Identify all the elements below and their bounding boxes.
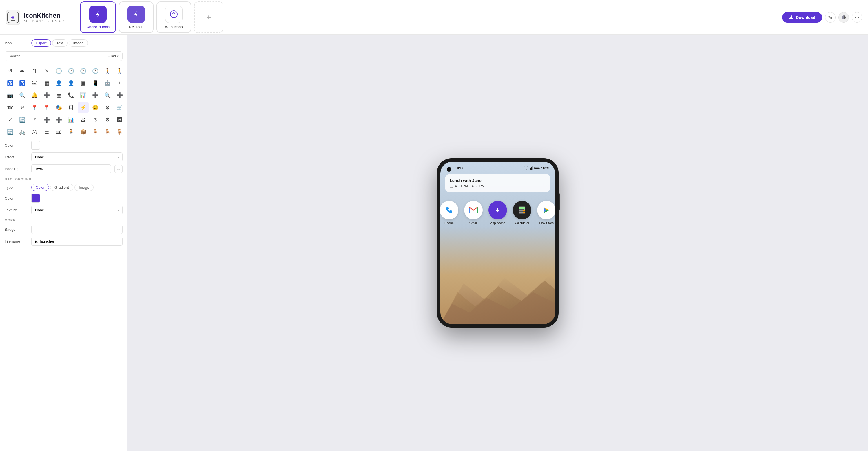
icon-cell[interactable]: 🛒 [114, 102, 125, 113]
tab-web[interactable]: Web Icons [156, 1, 191, 33]
more-button[interactable]: ⋯ [852, 12, 862, 23]
icon-cell[interactable]: ✓ [5, 114, 16, 125]
icon-cell[interactable]: 📞 [65, 90, 76, 101]
padding-input[interactable] [31, 164, 111, 173]
bg-tab-color[interactable]: Color [31, 184, 49, 191]
icon-cell[interactable]: 🎭 [53, 102, 64, 113]
icon-cell[interactable]: 🔍 [102, 90, 113, 101]
tab-ios[interactable]: iOS Icon [119, 1, 154, 33]
icon-cell[interactable]: 🔔 [29, 90, 40, 101]
app-label-calculator: Calculator [515, 221, 529, 224]
icon-cell[interactable]: 🕐 [90, 65, 101, 77]
icon-cell[interactable]: ♿ [5, 78, 16, 89]
icon-cell[interactable]: + [114, 78, 125, 89]
icon-cell[interactable]: 🪑 [90, 126, 101, 138]
texture-select[interactable]: None Subtle Strong [31, 206, 123, 214]
icon-cell[interactable]: 🏃 [65, 126, 76, 138]
icon-cell[interactable]: 🕐 [78, 65, 89, 77]
icon-cell[interactable]: ⚙ [102, 114, 113, 125]
theme-toggle-button[interactable] [838, 12, 849, 23]
bg-tab-gradient[interactable]: Gradient [50, 184, 73, 191]
icon-cell[interactable]: 🚶 [102, 65, 113, 77]
icon-cell[interactable]: ➕ [41, 114, 52, 125]
icon-cell[interactable]: ⊙ [90, 114, 101, 125]
badge-input[interactable] [31, 225, 123, 234]
battery-icon [534, 167, 540, 170]
icon-cell[interactable]: 🖼 [65, 102, 76, 113]
icon-cell[interactable]: ↺ [5, 65, 16, 77]
search-input[interactable] [5, 52, 104, 61]
icon-cell[interactable]: ➕ [41, 90, 52, 101]
icon-cell-selected[interactable]: ⚡ [78, 102, 89, 113]
icon-cell[interactable]: ▦ [53, 90, 64, 101]
icon-cell[interactable]: 🤖 [102, 78, 113, 89]
icon-cell[interactable]: 🕐 [53, 65, 64, 77]
icon-cell[interactable]: 🕐 [65, 65, 76, 77]
app-icon-custom-wrap: App Name [489, 201, 507, 224]
icon-cell[interactable]: ♿ [17, 78, 28, 89]
search-filter-dropdown[interactable]: Filled ▾ [104, 53, 122, 60]
icon-cell[interactable]: ☰ [41, 126, 52, 138]
tab-add[interactable]: + [194, 1, 223, 33]
icon-cell[interactable]: 📍 [29, 102, 40, 113]
icon-cell[interactable]: 📷 [5, 90, 16, 101]
icon-cell[interactable]: 📱 [90, 78, 101, 89]
bg-type-row: Type Color Gradient Image [5, 184, 123, 191]
svg-rect-18 [520, 210, 521, 211]
bg-color-swatch[interactable] [31, 194, 40, 203]
icon-cell[interactable]: ⇅ [29, 65, 40, 77]
icon-cell[interactable]: 😊 [90, 102, 101, 113]
icon-cell[interactable]: 4K [17, 65, 28, 77]
icon-cell[interactable]: 📊 [78, 90, 89, 101]
padding-more-button[interactable]: ··· [115, 165, 123, 173]
icon-cell[interactable]: ▦ [41, 78, 52, 89]
icon-cell[interactable]: ⚙ [102, 102, 113, 113]
icon-cell[interactable]: ➕ [53, 114, 64, 125]
icon-cell[interactable]: 🅰 [114, 114, 125, 125]
calendar-icon [450, 184, 453, 188]
icon-tab-text[interactable]: Text [52, 39, 68, 47]
bg-type-tabs: Color Gradient Image [31, 184, 94, 191]
icon-cell[interactable]: ✳ [41, 65, 52, 77]
icon-cell[interactable]: ↩ [17, 102, 28, 113]
icon-cell[interactable]: 🛋 [53, 126, 64, 138]
icon-cell[interactable]: ➕ [114, 90, 125, 101]
icon-cell[interactable]: 🪑 [102, 126, 113, 138]
tab-android[interactable]: Android Icon [80, 1, 116, 33]
icon-cell[interactable]: 🔄 [17, 114, 28, 125]
download-button[interactable]: Download [782, 12, 822, 23]
status-icons: 100% [524, 167, 549, 170]
icon-cell[interactable]: 📍 [41, 102, 52, 113]
texture-row: Texture None Subtle Strong ▾ [5, 206, 123, 214]
icon-cell[interactable]: 📊 [65, 114, 76, 125]
icon-cell[interactable]: ▣ [78, 78, 89, 89]
icon-cell[interactable]: 🔍 [17, 90, 28, 101]
filename-input[interactable] [31, 237, 123, 246]
icon-cell[interactable]: 🪑 [114, 126, 125, 138]
icon-tab-image[interactable]: Image [69, 39, 88, 47]
svg-rect-20 [523, 210, 525, 211]
icon-cell[interactable]: 📦 [78, 126, 89, 138]
icon-color-swatch[interactable] [31, 141, 40, 150]
icon-cell[interactable]: 🚶 [114, 65, 125, 77]
bg-tab-image[interactable]: Image [74, 184, 94, 191]
icon-cell[interactable]: 🔄 [5, 126, 16, 138]
icon-cell[interactable]: 🖨 [78, 114, 89, 125]
bg-color-row: Color [5, 194, 123, 203]
icon-cell[interactable]: ☎ [5, 102, 16, 113]
camera-notch [447, 167, 452, 172]
icon-cell[interactable]: ➕ [90, 90, 101, 101]
icon-cell[interactable]: 🏛 [29, 78, 40, 89]
icon-cell[interactable]: 👤 [65, 78, 76, 89]
logo-text: IconKitchen APP ICON GENERATOR [24, 12, 64, 23]
bg-type-label: Type [5, 185, 28, 189]
icon-cell[interactable]: ↗ [29, 114, 40, 125]
icon-cell[interactable]: 👤 [53, 78, 64, 89]
icon-tab-clipart[interactable]: Clipart [31, 39, 51, 47]
app-icon-phone-wrap: Phone [440, 201, 458, 224]
link-button[interactable] [825, 12, 836, 23]
app-icon-gmail [464, 201, 483, 219]
icon-cell[interactable]: 🌬 [29, 126, 40, 138]
icon-cell[interactable]: 🚲 [17, 126, 28, 138]
effect-select[interactable]: None Shadow Glow [31, 152, 123, 161]
